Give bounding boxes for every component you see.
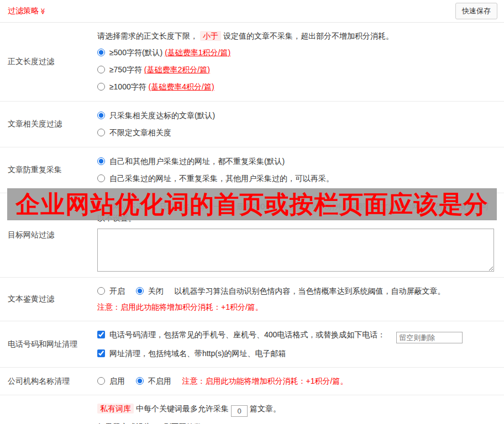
watermark-text: 企业网站优化词的首页或按栏页面应该是分 bbox=[16, 188, 489, 220]
radio-length-1000-input[interactable] bbox=[97, 83, 105, 91]
filter-strategy-toggle-link[interactable]: 过滤策略≫ bbox=[8, 6, 46, 16]
radio-porn-on[interactable]: 开启 bbox=[97, 287, 127, 295]
radio-length-750[interactable]: ≥750字符 (基础费率2积分/篇) bbox=[97, 64, 496, 76]
page-header: 过滤策略≫ 快速保存 bbox=[0, 0, 504, 23]
radio-org-off[interactable]: 不启用 bbox=[136, 377, 174, 385]
url-cleanup-line: 网址清理，包括纯域名、带http(s)的网址、电子邮箱 bbox=[97, 348, 496, 359]
checkbox-phone-cleanup-input[interactable] bbox=[97, 331, 105, 338]
chevron-down-icon: ≫ bbox=[39, 8, 46, 15]
checkbox-url-cleanup-input[interactable] bbox=[97, 349, 105, 357]
radio-relevance-any-input[interactable] bbox=[97, 129, 105, 136]
checkbox-phone-cleanup[interactable]: 电话号码清理，包括常见的手机号、座机号、400电话格式，或替换成如下电话： bbox=[97, 330, 387, 339]
row-porn-filter: 文本鉴黄过滤 开启 关闭 以机器学习算法自动识别色情内容，当色情概率达到系统阈值… bbox=[0, 278, 504, 321]
less-than-tag: 小于 bbox=[200, 31, 221, 41]
radio-length-750-input[interactable] bbox=[97, 66, 105, 73]
body-length-intro: 请选择需求的正文长度下限，小于设定值的文章不采集，超出部分不增加积分消耗。 bbox=[97, 30, 496, 42]
radio-dedup-self-only-input[interactable] bbox=[97, 174, 105, 182]
private-lexicon-tag: 私有词库 bbox=[97, 404, 134, 414]
row-label-body-length: 正文长度过滤 bbox=[0, 23, 93, 101]
length-750-fee-note: (基础费率2积分/篇) bbox=[144, 65, 210, 74]
radio-length-500[interactable]: ≥500字符(默认) (基础费率1积分/篇) bbox=[97, 47, 496, 59]
radio-org-off-input[interactable] bbox=[136, 377, 144, 385]
row-label-org-name: 公司机构名称清理 bbox=[0, 368, 93, 395]
blocked-sites-textarea[interactable] bbox=[97, 229, 494, 272]
page-title: 过滤策略 bbox=[8, 6, 39, 15]
row-body-length-filter: 正文长度过滤 请选择需求的正文长度下限，小于设定值的文章不采集，超出部分不增加积… bbox=[0, 23, 504, 102]
filter-settings-page: 过滤策略≫ 快速保存 正文长度过滤 请选择需求的正文长度下限，小于设定值的文章不… bbox=[0, 0, 504, 424]
keyword-note-zero: 如果留空或设为0，则不限篇数。 bbox=[97, 421, 496, 424]
row-dedup-filter: 文章防重复采集 自己和其他用户采集过的网址，都不重复采集(默认) 自己采集过的网… bbox=[0, 147, 504, 193]
length-500-fee-note: (基础费率1积分/篇) bbox=[165, 48, 230, 57]
length-1000-fee-note: (基础费率4积分/篇) bbox=[149, 82, 214, 91]
radio-length-1000[interactable]: ≥1000字符 (基础费率4积分/篇) bbox=[97, 81, 496, 93]
radio-porn-on-input[interactable] bbox=[97, 287, 105, 295]
row-phone-url-cleanup: 电话号码和网址清理 电话号码清理，包括常见的手机号、座机号、400电话格式，或替… bbox=[0, 321, 504, 368]
quick-save-button[interactable]: 快速保存 bbox=[455, 3, 497, 19]
phone-cleanup-line: 电话号码清理，包括常见的手机号、座机号、400电话格式，或替换成如下电话： bbox=[97, 329, 496, 343]
radio-relevance-any[interactable]: 不限定文章相关度 bbox=[97, 127, 496, 139]
keyword-limit-line: 私有词库中每个关键词最多允许采集篇文章。 bbox=[97, 403, 496, 417]
radio-porn-off[interactable]: 关闭 bbox=[136, 287, 166, 295]
replacement-phone-input[interactable] bbox=[396, 332, 463, 343]
radio-relevance-strict-input[interactable] bbox=[97, 112, 105, 119]
radio-org-on-input[interactable] bbox=[97, 377, 105, 385]
row-label-relevance: 文章相关度过滤 bbox=[0, 102, 93, 147]
row-label-dedup: 文章防重复采集 bbox=[0, 147, 93, 193]
row-keyword-dedup: 关键词防重复采集 私有词库中每个关键词最多允许采集篇文章。 如果留空或设为0，则… bbox=[0, 395, 504, 424]
row-label-keyword-dedup: 关键词防重复采集 bbox=[0, 395, 93, 424]
row-relevance-filter: 文章相关度过滤 只采集相关度达标的文章(默认) 不限定文章相关度 bbox=[0, 102, 504, 147]
radio-relevance-strict[interactable]: 只采集相关度达标的文章(默认) bbox=[97, 110, 496, 121]
watermark-banner: 企业网站优化词的首页或按栏页面应该是分 bbox=[7, 188, 497, 220]
radio-dedup-all-users[interactable]: 自己和其他用户采集过的网址，都不重复采集(默认) bbox=[97, 156, 496, 167]
org-cleanup-options: 启用 不启用 注意：启用此功能将增加积分消耗：+1积分/篇。 bbox=[97, 375, 496, 387]
radio-length-500-input[interactable] bbox=[97, 49, 105, 56]
porn-filter-desc: 以机器学习算法自动识别色情内容，当色情概率达到系统阈值，自动屏蔽文章。 bbox=[175, 287, 445, 295]
org-cleanup-note: 注意：启用此功能将增加积分消耗：+1积分/篇。 bbox=[182, 377, 348, 385]
keyword-limit-count-input[interactable] bbox=[231, 405, 248, 417]
row-label-porn: 文本鉴黄过滤 bbox=[0, 278, 93, 321]
porn-filter-options: 开启 关闭 以机器学习算法自动识别色情内容，当色情概率达到系统阈值，自动屏蔽文章… bbox=[97, 285, 496, 297]
radio-dedup-self-only[interactable]: 自己采集过的网址，不重复采集，其他用户采集过的，可以再采。 bbox=[97, 173, 496, 184]
porn-filter-note: 注意：启用此功能将增加积分消耗：+1积分/篇。 bbox=[97, 301, 496, 313]
radio-porn-off-input[interactable] bbox=[136, 287, 144, 295]
row-org-name-cleanup: 公司机构名称清理 启用 不启用 注意：启用此功能将增加积分消耗：+1积分/篇。 bbox=[0, 368, 504, 395]
radio-dedup-all-users-input[interactable] bbox=[97, 157, 105, 165]
row-label-phone-url: 电话号码和网址清理 bbox=[0, 321, 93, 367]
radio-org-on[interactable]: 启用 bbox=[97, 377, 127, 385]
checkbox-url-cleanup[interactable]: 网址清理，包括纯域名、带http(s)的网址、电子邮箱 bbox=[97, 349, 286, 358]
